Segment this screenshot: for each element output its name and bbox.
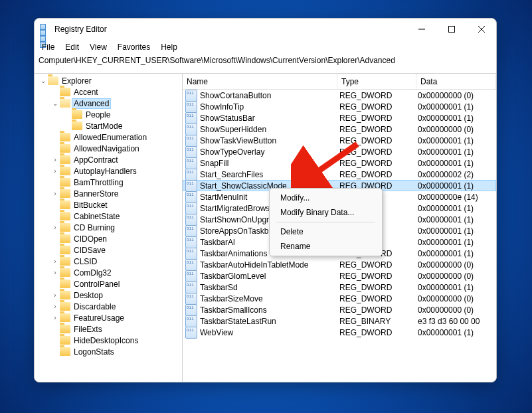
binary-value-icon (185, 236, 197, 248)
ctx-modify-binary-data-[interactable]: Modify Binary Data... (271, 205, 381, 220)
tree-item[interactable]: People (35, 109, 182, 120)
menu-edit[interactable]: Edit (60, 41, 84, 53)
minimize-button[interactable] (406, 19, 436, 40)
tree-item[interactable]: ›AutoplayHandlers (35, 165, 182, 177)
tree-pane[interactable]: ⌄ExplorerAccent⌄AdvancedPeopleStartModeA… (35, 74, 183, 382)
ctx-delete[interactable]: Delete (271, 224, 381, 239)
tree-item[interactable]: AllowedNavigation (35, 143, 182, 154)
expander-icon[interactable]: › (50, 191, 60, 197)
tree-item[interactable]: FileExts (35, 323, 182, 335)
menu-view[interactable]: View (85, 41, 112, 53)
tree-item[interactable]: ›ComDlg32 (35, 267, 182, 278)
tree-item[interactable]: BitBucket (35, 199, 182, 210)
tree-item[interactable]: CIDOpen (35, 233, 182, 244)
value-row[interactable]: TaskbarGlomLevelREG_DWORD0x00000000 (0) (183, 270, 496, 282)
tree-item[interactable]: ControlPanel (35, 278, 182, 289)
value-row[interactable]: Start_SearchFilesREG_DWORD0x00000002 (2) (183, 169, 496, 180)
value-row[interactable]: ShowStatusBarREG_DWORD0x00000001 (1) (183, 112, 496, 124)
value-row[interactable]: WebViewREG_DWORD0x00000001 (1) (183, 327, 496, 338)
col-type[interactable]: Type (337, 74, 416, 89)
expander-icon[interactable]: › (50, 303, 60, 310)
tree-item[interactable]: ⌄Advanced (35, 98, 182, 109)
menu-favorites[interactable]: Favorites (113, 41, 155, 53)
value-row[interactable]: ShowInfoTipREG_DWORD0x00000001 (1) (183, 101, 496, 112)
tree-label: BamThrottling (72, 178, 125, 187)
tree-item[interactable]: ›AppContract (35, 154, 182, 165)
ctx-rename[interactable]: Rename (271, 239, 381, 254)
tree-item[interactable]: ›CD Burning (35, 222, 182, 233)
tree-label: CD Burning (72, 223, 116, 232)
value-row[interactable]: TaskbarAutoHideInTabletModeREG_DWORD0x00… (183, 259, 496, 270)
value-row[interactable]: ShowTaskViewButtonREG_DWORD0x00000001 (1… (183, 135, 496, 146)
folder-icon (60, 291, 70, 299)
expander-icon[interactable]: › (50, 292, 60, 299)
tree-item[interactable]: CabinetState (35, 210, 182, 222)
value-row[interactable]: SnapFillREG_DWORD0x00000001 (1) (183, 157, 496, 169)
folder-icon (60, 280, 70, 288)
ctx-modify-[interactable]: Modify... (271, 191, 381, 205)
expander-icon[interactable]: › (50, 168, 60, 175)
menu-help[interactable]: Help (156, 41, 182, 53)
value-type: REG_DWORD (335, 91, 414, 100)
expander-icon[interactable]: › (50, 224, 60, 231)
tree-item[interactable]: HideDesktopIcons (35, 335, 182, 346)
folder-icon (60, 347, 70, 356)
menu-file[interactable]: File (37, 41, 59, 53)
close-button[interactable] (466, 19, 496, 40)
value-type: REG_BINARY (335, 317, 414, 326)
tree-label: Explorer (60, 76, 93, 86)
folder-icon (60, 178, 70, 187)
tree-item[interactable]: ›CLSID (35, 256, 182, 267)
tree-label: People (84, 110, 112, 120)
tree-item[interactable]: AllowedEnumeration (35, 131, 182, 143)
tree-item[interactable]: BamThrottling (35, 177, 182, 188)
value-row[interactable]: ShowCortanaButtonREG_DWORD0x00000000 (0) (183, 90, 496, 101)
value-data: 0x00000000 (0) (414, 125, 496, 134)
column-headers[interactable]: Name Type Data (183, 74, 496, 90)
value-type: REG_DWORD (335, 170, 414, 179)
value-data: 0x00000001 (1) (414, 204, 496, 213)
col-name[interactable]: Name (183, 74, 337, 89)
binary-value-icon (185, 225, 197, 237)
value-row[interactable]: TaskbarSmallIconsREG_DWORD0x00000000 (0) (183, 304, 496, 315)
value-data: 0x00000000 (0) (414, 272, 496, 281)
value-row[interactable]: TaskbarSdREG_DWORD0x00000001 (1) (183, 282, 496, 293)
tree-label: Advanced (72, 99, 110, 108)
binary-value-icon (185, 293, 197, 305)
value-name: TaskbarAutoHideInTabletMode (200, 260, 308, 270)
tree-label: AllowedEnumeration (72, 133, 148, 142)
tree-item[interactable]: StartMode (35, 120, 182, 131)
expander-icon[interactable]: ⌄ (39, 78, 48, 84)
value-row[interactable]: ShowTypeOverlayREG_DWORD0x00000001 (1) (183, 146, 496, 157)
folder-icon (60, 257, 70, 266)
value-data: 0x00000001 (1) (414, 215, 496, 224)
expander-icon[interactable]: ⌄ (50, 100, 60, 107)
tree-item[interactable]: ›Desktop (35, 289, 182, 301)
tree-item[interactable]: ›BannerStore (35, 188, 182, 199)
tree-label: FeatureUsage (72, 313, 126, 323)
folder-icon (60, 189, 70, 198)
titlebar[interactable]: Registry Editor (35, 19, 496, 40)
tree-item[interactable]: CIDSave (35, 244, 182, 256)
col-data[interactable]: Data (416, 74, 496, 89)
maximize-button[interactable] (436, 19, 466, 40)
address-bar[interactable]: Computer\HKEY_CURRENT_USER\Software\Micr… (35, 54, 496, 74)
expander-icon[interactable]: › (50, 258, 60, 265)
tree-item[interactable]: ›FeatureUsage (35, 312, 182, 323)
value-name: TaskbarAl (200, 238, 235, 247)
value-type: REG_DWORD (335, 114, 414, 123)
expander-icon[interactable]: › (50, 270, 60, 276)
expander-icon[interactable]: › (50, 315, 60, 321)
tree-item[interactable]: Accent (35, 86, 182, 98)
expander-icon[interactable]: › (50, 157, 60, 163)
value-row[interactable]: ShowSuperHiddenREG_DWORD0x00000000 (0) (183, 124, 496, 135)
value-row[interactable]: TaskbarSizeMoveREG_DWORD0x00000000 (0) (183, 293, 496, 304)
tree-item[interactable]: LogonStats (35, 346, 182, 357)
tree-item[interactable]: ⌄Explorer (35, 75, 182, 86)
folder-icon (60, 167, 70, 175)
values-pane[interactable]: Name Type Data ShowCortanaButtonREG_DWOR… (183, 74, 496, 382)
folder-icon (60, 336, 70, 345)
value-name: ShowStatusBar (200, 114, 255, 123)
value-row[interactable]: TaskbarStateLastRunREG_BINARYe3 f3 d3 60… (183, 315, 496, 327)
tree-item[interactable]: ›Discardable (35, 301, 182, 312)
